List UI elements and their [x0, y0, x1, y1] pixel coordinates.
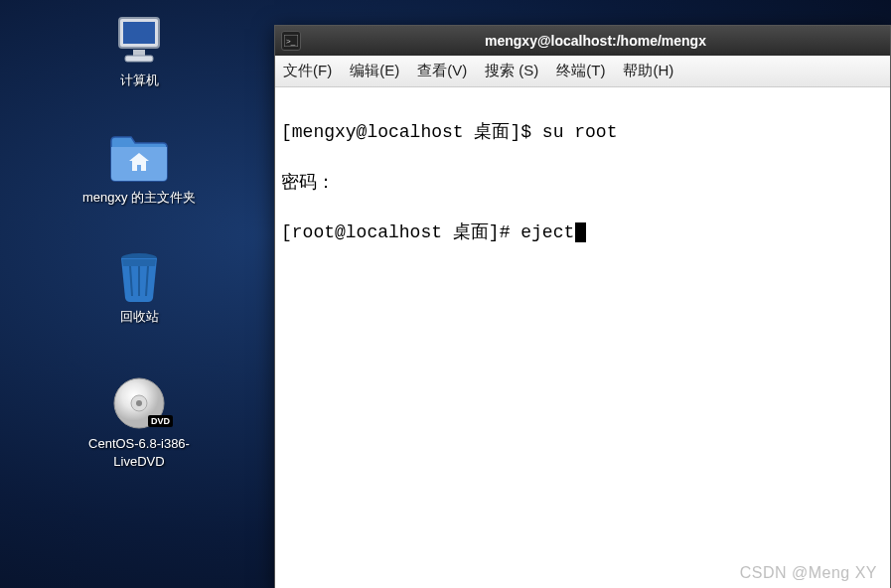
terminal-body[interactable]: [mengxy@localhost 桌面]$ su root 密码： [root…: [275, 87, 890, 588]
desktop-icon-label: 计算机: [120, 72, 159, 89]
terminal-line: [root@localhost 桌面]# eject: [281, 220, 884, 245]
svg-point-10: [136, 400, 142, 406]
desktop-icon-label: CentOS-6.8-i386- LiveDVD: [88, 435, 190, 471]
menu-view[interactable]: 查看(V): [417, 62, 467, 80]
desktop-icon-label: mengxy 的主文件夹: [82, 189, 196, 207]
desktop-icon-dvd[interactable]: DVD CentOS-6.8-i386- LiveDVD: [50, 375, 228, 471]
dvd-icon: DVD: [107, 375, 171, 431]
desktop-icon-label: 回收站: [120, 308, 159, 326]
desktop-icon-computer[interactable]: 计算机: [70, 12, 209, 89]
terminal-app-icon: >_: [281, 31, 301, 51]
menu-edit[interactable]: 编辑(E): [350, 62, 399, 80]
desktop-icon-trash[interactable]: 回收站: [70, 248, 209, 326]
desktop-icon-home-folder[interactable]: mengxy 的主文件夹: [50, 129, 228, 207]
svg-text:>_: >_: [286, 37, 296, 46]
computer-icon: [107, 12, 171, 68]
menu-help[interactable]: 帮助(H): [623, 62, 673, 80]
terminal-prompt-text: [root@localhost 桌面]# eject: [281, 222, 574, 242]
terminal-menubar: 文件(F) 编辑(E) 查看(V) 搜索 (S) 终端(T) 帮助(H): [275, 56, 890, 87]
window-titlebar[interactable]: >_ mengxy@localhost:/home/mengx: [275, 26, 890, 56]
menu-terminal[interactable]: 终端(T): [556, 62, 605, 80]
window-title: mengxy@localhost:/home/mengx: [307, 33, 884, 49]
terminal-line: [mengxy@localhost 桌面]$ su root: [281, 120, 884, 145]
folder-icon: [107, 129, 171, 185]
menu-search[interactable]: 搜索 (S): [485, 62, 538, 80]
dvd-badge: DVD: [148, 415, 173, 427]
menu-file[interactable]: 文件(F): [283, 62, 332, 80]
svg-rect-2: [133, 50, 145, 56]
svg-rect-3: [125, 56, 153, 62]
terminal-cursor: [575, 222, 586, 242]
trash-icon: [107, 248, 171, 304]
terminal-window: >_ mengxy@localhost:/home/mengx 文件(F) 编辑…: [274, 25, 891, 588]
watermark-text: CSDN @Meng XY: [740, 564, 877, 582]
svg-rect-1: [123, 22, 155, 44]
terminal-line: 密码：: [281, 171, 884, 196]
